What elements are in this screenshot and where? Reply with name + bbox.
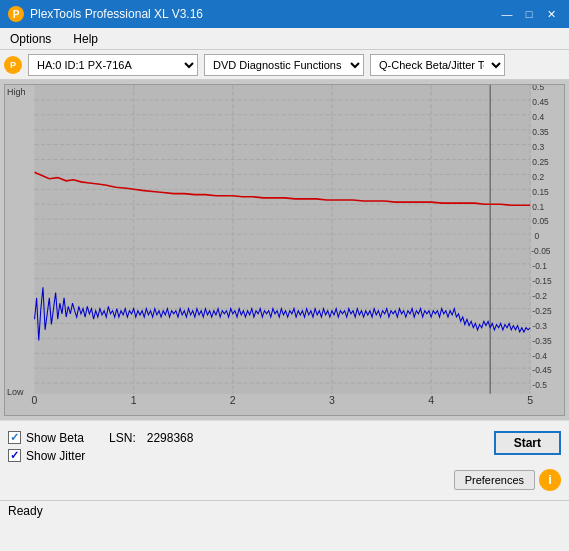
device-select[interactable]: HA:0 ID:1 PX-716A [28,54,198,76]
lsn-label: LSN: [109,431,136,445]
show-jitter-checkbox[interactable]: ✓ [8,449,21,462]
test-select[interactable]: Q-Check Beta/Jitter Test [370,54,505,76]
close-button[interactable]: ✕ [541,5,561,23]
svg-text:-0.4: -0.4 [532,351,547,361]
app-icon: P [8,6,24,22]
menu-options[interactable]: Options [4,30,57,48]
svg-text:1: 1 [131,394,137,406]
svg-text:3: 3 [329,394,335,406]
info-button[interactable]: i [539,469,561,491]
svg-text:-0.15: -0.15 [532,276,552,286]
status-text: Ready [8,504,43,518]
svg-text:0.05: 0.05 [532,216,549,226]
chart-svg: 0 1 2 3 4 5 0.5 0.45 0.4 0.35 0.3 0.25 0… [5,85,564,415]
svg-text:-0.2: -0.2 [532,291,547,301]
svg-text:-0.35: -0.35 [532,336,552,346]
svg-text:0.25: 0.25 [532,157,549,167]
svg-text:-0.3: -0.3 [532,321,547,331]
svg-text:0.1: 0.1 [532,202,544,212]
svg-text:0.15: 0.15 [532,187,549,197]
show-jitter-row: ✓ Show Jitter [8,449,494,463]
show-beta-checkbox[interactable]: ✓ [8,431,21,444]
preferences-button[interactable]: Preferences [454,470,535,490]
svg-text:0.35: 0.35 [532,127,549,137]
svg-rect-0 [35,85,531,394]
bottom-controls: ✓ Show Beta LSN: 2298368 ✓ Show Jitter S… [0,420,569,500]
title-controls: — □ ✕ [497,5,561,23]
buttons-area: Start [494,431,561,455]
start-button[interactable]: Start [494,431,561,455]
svg-text:5: 5 [527,394,533,406]
svg-text:0.45: 0.45 [532,97,549,107]
title-bar-left: P PlexTools Professional XL V3.16 [8,6,203,22]
svg-text:-0.5: -0.5 [532,380,547,390]
svg-text:2: 2 [230,394,236,406]
svg-text:0: 0 [534,231,539,241]
svg-text:-0.1: -0.1 [532,261,547,271]
chart-inner: High Low [4,84,565,416]
show-beta-row: ✓ Show Beta LSN: 2298368 [8,431,494,445]
plextools-icon: P [4,56,22,74]
show-jitter-label: Show Jitter [26,449,85,463]
menu-help[interactable]: Help [67,30,104,48]
lsn-value: 2298368 [147,431,194,445]
svg-text:0.5: 0.5 [532,85,544,92]
maximize-button[interactable]: □ [519,5,539,23]
svg-text:4: 4 [428,394,434,406]
svg-text:0: 0 [32,394,38,406]
svg-text:0.2: 0.2 [532,172,544,182]
svg-text:0.4: 0.4 [532,112,544,122]
minimize-button[interactable]: — [497,5,517,23]
svg-text:-0.45: -0.45 [532,365,552,375]
show-beta-label: Show Beta [26,431,84,445]
svg-text:0.3: 0.3 [532,142,544,152]
title-bar: P PlexTools Professional XL V3.16 — □ ✕ [0,0,569,28]
checkboxes-area: ✓ Show Beta LSN: 2298368 ✓ Show Jitter [8,431,494,463]
function-select[interactable]: DVD Diagnostic Functions [204,54,364,76]
chart-container: High Low [0,80,569,420]
svg-text:-0.05: -0.05 [531,246,551,256]
toolbar: P HA:0 ID:1 PX-716A DVD Diagnostic Funct… [0,50,569,80]
menu-bar: Options Help [0,28,569,50]
title-text: PlexTools Professional XL V3.16 [30,7,203,21]
controls-row: ✓ Show Beta LSN: 2298368 ✓ Show Jitter S… [8,431,561,463]
svg-text:-0.25: -0.25 [532,306,552,316]
status-bar: Ready [0,500,569,520]
